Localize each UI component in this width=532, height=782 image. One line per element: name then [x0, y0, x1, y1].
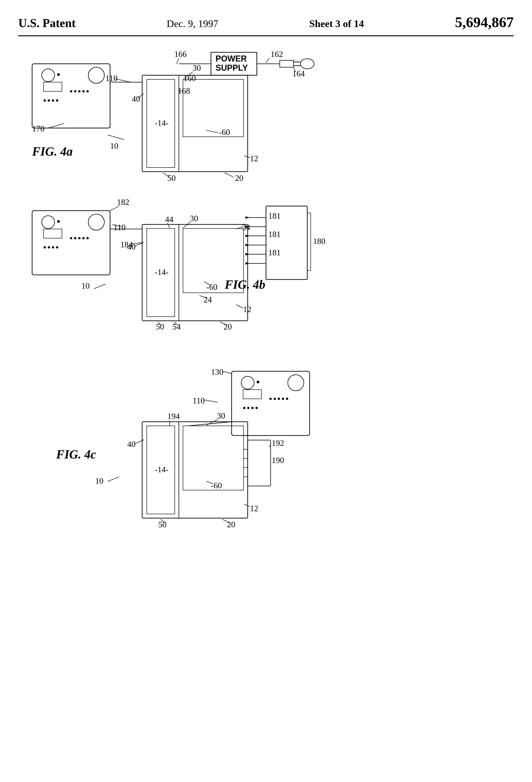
supply-text: SUPPLY [216, 63, 248, 72]
label-60-b: -60 [206, 282, 217, 292]
svg-point-12 [52, 99, 54, 102]
label-181-3: 181 [268, 248, 281, 257]
svg-point-2 [88, 67, 104, 83]
svg-line-69 [183, 222, 190, 228]
label-50-b: 50 [156, 322, 164, 331]
svg-point-11 [48, 99, 50, 102]
svg-point-102 [251, 407, 254, 409]
label-50-c: 50 [158, 520, 166, 529]
svg-line-28 [177, 58, 179, 64]
svg-point-97 [282, 398, 284, 400]
svg-point-46 [78, 237, 80, 239]
label-54: 54 [173, 322, 181, 331]
label-14-c: -14- [155, 465, 168, 474]
svg-line-105 [204, 400, 218, 402]
svg-point-7 [82, 90, 85, 93]
label-14-a: -14- [155, 118, 168, 128]
label-181-2: 181 [268, 230, 281, 239]
svg-point-92 [288, 375, 304, 391]
svg-line-111 [244, 504, 250, 507]
label-110-c: 110 [193, 396, 205, 405]
svg-point-4 [70, 90, 72, 93]
label-60-a: -60 [219, 128, 230, 137]
svg-point-45 [74, 237, 76, 239]
label-110-a: 110 [106, 74, 118, 83]
svg-point-53 [56, 246, 58, 249]
header-left: U.S. Patent [18, 16, 76, 30]
svg-point-50 [44, 246, 46, 249]
label-20-b: 20 [224, 322, 232, 331]
label-162: 162 [271, 49, 283, 59]
label-60-c: -60 [211, 481, 222, 490]
header-sheet: Sheet 3 of 14 [309, 18, 364, 30]
label-190: 190 [272, 456, 284, 465]
svg-point-98 [286, 398, 288, 400]
svg-point-8 [86, 90, 89, 93]
svg-point-47 [82, 237, 85, 239]
svg-point-51 [48, 246, 50, 249]
svg-point-1 [42, 69, 54, 82]
fig4c-label: FIG. 4c [56, 448, 96, 461]
svg-point-52 [52, 246, 54, 249]
label-164: 164 [292, 69, 305, 78]
header-date: Dec. 9, 1997 [167, 18, 218, 30]
svg-point-93 [257, 381, 259, 383]
label-24: 24 [204, 295, 212, 304]
label-20-c: 20 [227, 520, 235, 529]
fig4a-label: FIG. 4a [32, 145, 73, 158]
svg-point-38 [300, 59, 314, 69]
label-168: 168 [178, 86, 190, 96]
svg-point-5 [74, 90, 76, 93]
label-30-b: 30 [190, 214, 198, 223]
label-12-c: 12 [250, 504, 258, 513]
svg-line-21 [206, 130, 218, 133]
svg-line-22 [244, 155, 250, 158]
label-184: 184 [120, 240, 133, 249]
svg-point-6 [78, 90, 80, 93]
label-180: 180 [313, 237, 326, 246]
svg-line-63 [236, 305, 243, 308]
svg-point-43 [57, 220, 60, 223]
label-30-a: 30 [193, 63, 201, 72]
svg-rect-35 [280, 60, 294, 67]
svg-line-68 [167, 223, 170, 228]
patent-svg: 170 10 FIG. 4a -14- -60 12 [18, 45, 514, 782]
svg-line-55 [110, 206, 119, 211]
svg-rect-99 [243, 390, 261, 399]
svg-point-41 [42, 216, 54, 228]
svg-rect-0 [32, 64, 110, 128]
label-160: 160 [184, 74, 196, 83]
label-10-c: 10 [95, 476, 104, 486]
svg-line-33 [266, 58, 269, 63]
label-40-c: 40 [127, 440, 136, 449]
svg-point-100 [243, 407, 245, 409]
svg-point-96 [278, 398, 280, 400]
svg-line-14 [48, 123, 64, 128]
svg-point-101 [247, 407, 250, 409]
svg-line-89 [94, 284, 106, 289]
svg-rect-20 [183, 79, 243, 137]
label-20-a: 20 [235, 174, 243, 183]
label-14-b: -14- [155, 268, 168, 277]
label-166: 166 [174, 49, 187, 59]
patent-drawings: 170 10 FIG. 4a -14- -60 12 [18, 45, 514, 782]
svg-line-15 [108, 135, 124, 140]
svg-line-114 [135, 440, 144, 443]
label-192: 192 [272, 438, 284, 448]
label-12-a: 12 [250, 154, 258, 163]
svg-point-91 [241, 376, 254, 389]
label-182: 182 [117, 198, 129, 207]
label-130: 130 [211, 367, 223, 377]
svg-point-13 [56, 99, 58, 102]
svg-rect-9 [44, 82, 62, 91]
label-170: 170 [32, 124, 44, 133]
power-supply-text: POWER [216, 54, 247, 63]
label-110-b: 110 [114, 223, 126, 232]
label-40-a: 40 [132, 94, 140, 104]
svg-rect-49 [44, 229, 62, 238]
patent-page: U.S. Patent Dec. 9, 1997 Sheet 3 of 14 5… [0, 0, 532, 782]
svg-line-124 [188, 422, 232, 426]
svg-line-125 [108, 477, 119, 482]
svg-rect-40 [32, 211, 110, 275]
svg-point-95 [274, 398, 276, 400]
